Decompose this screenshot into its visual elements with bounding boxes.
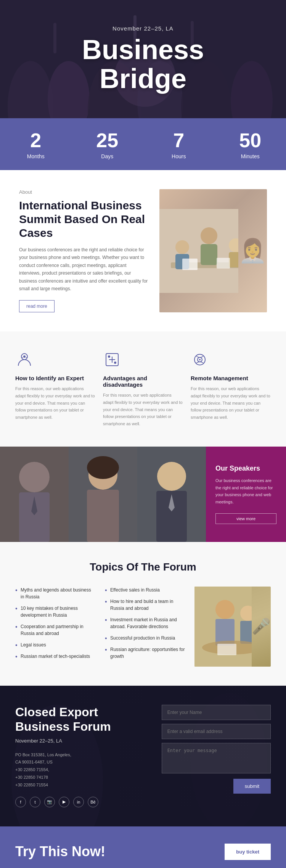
svg-point-43 xyxy=(215,600,235,619)
countdown-minutes: 50 Minutes xyxy=(215,129,286,159)
twitter-icon[interactable]: t xyxy=(30,797,40,807)
topics-list-left: Myths and legends about business in Russ… xyxy=(15,587,95,660)
svg-rect-8 xyxy=(53,23,56,53)
countdown-months-label: Months xyxy=(0,153,72,159)
facebook-icon[interactable]: f xyxy=(15,797,26,807)
countdown-hours-label: Hours xyxy=(143,153,215,159)
topics-list-right: Effective sales in Russia How to hire an… xyxy=(105,587,185,660)
hero-date: November 22–25, LA xyxy=(82,25,204,32)
speaker-photo-3 xyxy=(137,447,206,542)
hero-section: November 22–25, LA Business Bridge xyxy=(0,0,286,118)
countdown-minutes-value: 50 xyxy=(215,129,286,152)
svg-rect-19 xyxy=(182,259,198,270)
submit-button[interactable]: submit xyxy=(233,779,271,794)
speaker-card-title: Our Speakers xyxy=(215,465,276,473)
speaker-photo-1 xyxy=(0,447,69,542)
feature-advantages-desc: For this reason, our web applications ad… xyxy=(103,392,183,427)
speakers-section: Our Speakers Our business conferences ar… xyxy=(0,447,286,542)
svg-point-15 xyxy=(175,240,189,254)
countdown-hours-value: 7 xyxy=(143,129,215,152)
topic-item: Russian agriculture: opportunities for g… xyxy=(105,646,185,660)
topic-item: Successful production in Russia xyxy=(105,635,185,641)
svg-point-13 xyxy=(201,227,217,244)
email-input[interactable] xyxy=(162,724,271,739)
countdown-months: 2 Months xyxy=(0,129,72,159)
feature-advantages: Advantages and disadvantages For this re… xyxy=(103,350,183,427)
topic-item: 10 key mistakes of business development … xyxy=(15,605,95,619)
instagram-icon[interactable]: 📷 xyxy=(44,797,55,807)
speaker-card-desc: Our business conferences are the right a… xyxy=(215,477,276,506)
forum-right: submit xyxy=(162,705,271,807)
topics-col-right: Effective sales in Russia How to hire an… xyxy=(105,587,185,667)
topics-title: Topics Of The Forum xyxy=(15,561,271,573)
feature-remote: Remote Management For this reason, our w… xyxy=(191,350,271,427)
topic-item: Myths and legends about business in Russ… xyxy=(15,587,95,600)
countdown-section: 2 Months 25 Days 7 Hours 50 Minutes xyxy=(0,118,286,170)
countdown-days: 25 Days xyxy=(72,129,143,159)
feature-remote-icon xyxy=(191,350,210,370)
topic-item: Russian market of tech-specialists xyxy=(15,653,95,660)
forum-address: PO Box 315381, Los Angeles, CA 90031-648… xyxy=(15,751,146,789)
svg-point-36 xyxy=(87,456,119,479)
message-textarea[interactable] xyxy=(162,743,271,773)
topics-col-left: Myths and legends about business in Russ… xyxy=(15,587,95,667)
about-label: About xyxy=(19,189,148,195)
svg-point-28 xyxy=(199,359,201,360)
forum-section: Closed Export Business Forum November 22… xyxy=(0,686,286,826)
countdown-hours: 7 Hours xyxy=(143,129,215,159)
cta-title: Try This Now! xyxy=(15,844,105,860)
behance-icon[interactable]: Bē xyxy=(88,797,98,807)
countdown-days-label: Days xyxy=(72,153,143,159)
feature-identify-desc: For this reason, our web applications ad… xyxy=(15,385,95,421)
about-section: About International Business Summit Base… xyxy=(0,170,286,331)
topic-item: Legal issues xyxy=(15,641,95,648)
feature-remote-title: Remote Management xyxy=(191,375,271,381)
speaker-photo-2 xyxy=(69,447,137,542)
svg-rect-14 xyxy=(201,244,217,265)
topic-item: Cooperation and partnership in Russia an… xyxy=(15,623,95,637)
countdown-minutes-label: Minutes xyxy=(215,153,286,159)
svg-rect-48 xyxy=(217,644,236,655)
feature-advantages-title: Advantages and disadvantages xyxy=(103,375,183,388)
feature-advantages-icon xyxy=(103,350,122,370)
countdown-days-value: 25 xyxy=(72,129,143,152)
feature-identify-icon xyxy=(15,350,34,370)
cta-section: Try This Now! buy ticket xyxy=(0,826,286,868)
name-input[interactable] xyxy=(162,705,271,720)
svg-point-24 xyxy=(108,355,110,358)
forum-left: Closed Export Business Forum November 22… xyxy=(15,705,146,807)
hero-title: Business Bridge xyxy=(82,35,204,93)
feature-identify: How to Identify an Expert For this reaso… xyxy=(15,350,95,427)
about-title: International Business Summit Based On R… xyxy=(19,199,148,240)
about-text: About International Business Summit Base… xyxy=(19,189,148,312)
view-more-button[interactable]: view more xyxy=(215,513,276,524)
svg-point-22 xyxy=(23,355,26,358)
svg-rect-11 xyxy=(159,209,238,293)
svg-point-25 xyxy=(114,362,116,364)
speaker-card: Our Speakers Our business conferences ar… xyxy=(206,447,286,542)
read-more-button[interactable]: read more xyxy=(19,300,55,312)
svg-rect-46 xyxy=(240,621,252,644)
features-section: How to Identify an Expert For this reaso… xyxy=(0,331,286,446)
topic-item: Effective sales in Russia xyxy=(105,587,185,593)
topics-content: Myths and legends about business in Russ… xyxy=(15,587,271,667)
hero-content: November 22–25, LA Business Bridge xyxy=(82,25,204,93)
feature-remote-desc: For this reason, our web applications ad… xyxy=(191,385,271,421)
svg-rect-18 xyxy=(229,252,238,267)
forum-title: Closed Export Business Forum xyxy=(15,705,146,734)
topic-item: How to hire and build a team in Russia a… xyxy=(105,598,185,612)
svg-rect-20 xyxy=(217,258,230,268)
youtube-icon[interactable]: ▶ xyxy=(59,797,69,807)
svg-point-39 xyxy=(157,462,186,491)
topics-image xyxy=(194,587,271,667)
svg-point-31 xyxy=(19,462,50,492)
linkedin-icon[interactable]: in xyxy=(73,797,84,807)
social-icons: f t 📷 ▶ in Bē xyxy=(15,797,146,807)
feature-identify-title: How to Identify an Expert xyxy=(15,375,95,381)
topic-item: Investment market in Russia and abroad. … xyxy=(105,616,185,630)
buy-ticket-button[interactable]: buy ticket xyxy=(225,844,271,860)
forum-date: November 22–25, LA xyxy=(15,738,146,744)
about-desc: Our business conferences are the right a… xyxy=(19,246,148,293)
countdown-months-value: 2 xyxy=(0,129,72,152)
svg-rect-37 xyxy=(87,490,119,542)
